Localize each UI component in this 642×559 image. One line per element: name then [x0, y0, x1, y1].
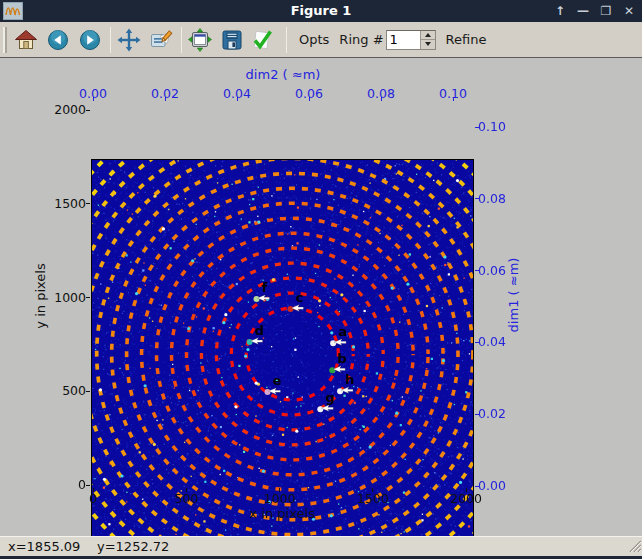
tick-mark — [381, 97, 382, 101]
tick-mark — [466, 488, 467, 492]
tick-mark — [86, 297, 90, 298]
tick-mark — [186, 488, 187, 492]
titlebar[interactable]: Figure 1 ↑ — ❐ ✕ — [0, 0, 642, 22]
y-tick-label: 0 — [26, 477, 86, 492]
x-tick-label: 500 — [156, 491, 216, 506]
forward-icon — [78, 28, 102, 52]
dim1-tick-label: 0.04 — [478, 334, 506, 349]
dim1-tick-label: 0.10 — [478, 119, 506, 134]
maximize-button[interactable]: ❐ — [599, 0, 613, 22]
tick-mark — [475, 342, 479, 343]
tick-mark — [475, 270, 479, 271]
opts-button[interactable]: Opts — [299, 32, 329, 47]
tick-mark — [86, 485, 90, 486]
y-tick-label: 2000 — [26, 102, 86, 117]
toolbar-grip[interactable] — [3, 27, 7, 53]
cursor-x-readout: x=1855.09 — [8, 539, 80, 554]
tick-mark — [165, 97, 166, 101]
floppy-disk-icon — [220, 28, 244, 52]
shade-button[interactable]: ↑ — [553, 0, 567, 22]
up-arrow-icon — [425, 33, 431, 37]
back-button[interactable] — [46, 27, 70, 53]
back-icon — [46, 28, 70, 52]
save-button[interactable] — [220, 27, 244, 53]
tick-mark — [475, 486, 479, 487]
tick-mark — [86, 391, 90, 392]
tick-mark — [93, 488, 94, 492]
x-tick-label: 0 — [63, 491, 123, 506]
y-tick-label: 1000 — [26, 290, 86, 305]
y-tick-label: 500 — [26, 383, 86, 398]
refine-button[interactable]: Refine — [446, 32, 487, 47]
cursor-y-readout: y=1252.72 — [97, 539, 169, 554]
dim1-axis-label: dim1 ( ≈m) — [506, 258, 521, 333]
accept-button[interactable] — [250, 27, 274, 53]
close-button[interactable]: ✕ — [622, 0, 636, 22]
tick-mark — [86, 110, 90, 111]
ring-number-input[interactable] — [387, 31, 420, 49]
green-checkmark-icon — [250, 28, 274, 52]
resize-grip[interactable] — [626, 537, 641, 555]
dim1-tick-label: 0.00 — [478, 478, 506, 493]
dim1-tick-label: 0.06 — [478, 263, 506, 278]
ring-number-spinbox[interactable] — [386, 30, 436, 50]
configure-subplots-button[interactable] — [188, 27, 212, 53]
minimize-button[interactable]: — — [576, 0, 590, 22]
x-tick-label: 2000 — [436, 491, 496, 506]
pan-arrows-icon — [117, 28, 141, 52]
home-icon — [14, 28, 38, 52]
statusbar: x=1855.09 y=1252.72 — [0, 536, 642, 556]
tick-mark — [453, 97, 454, 101]
figure-canvas-area: x in pixels y in pixels dim2 ( ≈m) dim1 … — [0, 58, 642, 536]
dim2-axis-label: dim2 ( ≈m) — [223, 67, 343, 82]
toolbar-separator — [110, 27, 111, 53]
tick-mark — [237, 97, 238, 101]
tick-mark — [475, 198, 479, 199]
tick-mark — [475, 414, 479, 415]
navigation-toolbar: Opts Ring # Refine — [0, 22, 642, 58]
tick-mark — [372, 488, 373, 492]
home-button[interactable] — [14, 27, 38, 53]
toolbar-separator — [286, 27, 287, 53]
tick-mark — [309, 97, 310, 101]
diffraction-image-plot[interactable] — [92, 160, 473, 545]
x-axis-label: x in pixels — [222, 506, 342, 521]
x-tick-label: 1500 — [343, 491, 403, 506]
x-tick-label: 1000 — [250, 491, 310, 506]
y-tick-label: 1500 — [26, 196, 86, 211]
dim1-tick-label: 0.08 — [478, 191, 506, 206]
spin-down-button[interactable] — [421, 40, 435, 49]
tick-mark — [93, 97, 94, 101]
spin-up-button[interactable] — [421, 31, 435, 41]
monitor-expand-icon — [188, 28, 212, 52]
notepad-pencil-icon — [149, 28, 173, 52]
window-title: Figure 1 — [0, 0, 642, 22]
zoom-edit-button[interactable] — [149, 27, 173, 53]
toolbar-separator — [181, 27, 182, 53]
tick-mark — [475, 127, 479, 128]
tick-mark — [279, 488, 280, 492]
forward-button[interactable] — [78, 27, 102, 53]
figure-window: Figure 1 ↑ — ❐ ✕ — [0, 0, 642, 559]
tick-mark — [86, 203, 90, 204]
down-arrow-icon — [425, 42, 431, 46]
dim1-tick-label: 0.02 — [478, 406, 506, 421]
pan-button[interactable] — [117, 27, 141, 53]
ring-number-label: Ring # — [339, 32, 383, 47]
